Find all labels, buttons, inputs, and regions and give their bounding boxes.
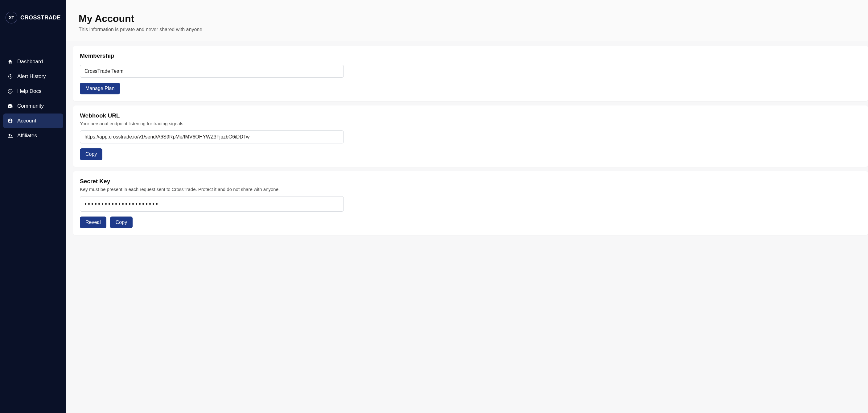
secret-key-value[interactable]: •••••••••••••••••••••• [80, 196, 344, 212]
sidebar-item-label: Alert History [17, 73, 46, 80]
sidebar-item-label: Help Docs [17, 88, 41, 94]
brand-logo[interactable]: XT CROSSTRADE [0, 0, 66, 36]
main-content: My Account This information is private a… [66, 0, 868, 413]
webhook-url-value[interactable]: https://app.crosstrade.io/v1/send/A6S9Rp… [80, 130, 344, 143]
logo-text: CROSSTRADE [20, 14, 61, 21]
secret-title: Secret Key [80, 178, 861, 185]
sidebar-item-label: Account [17, 118, 36, 124]
history-icon [7, 74, 13, 79]
sidebar: XT CROSSTRADE Dashboard Alert History [0, 0, 66, 413]
page-subtitle: This information is private and never sh… [79, 27, 856, 32]
sidebar-item-label: Dashboard [17, 59, 43, 65]
discord-icon [7, 103, 13, 109]
reveal-secret-button[interactable]: Reveal [80, 216, 106, 228]
membership-title: Membership [80, 53, 861, 59]
secret-desc: Key must be present in each request sent… [80, 186, 861, 192]
sidebar-item-label: Affiliates [17, 132, 37, 139]
membership-value: CrossTrade Team [80, 65, 344, 78]
copy-webhook-button[interactable]: Copy [80, 148, 102, 160]
webhook-card: Webhook URL Your personal endpoint liste… [73, 106, 868, 167]
page-title: My Account [79, 13, 856, 24]
secret-key-card: Secret Key Key must be present in each r… [73, 171, 868, 235]
sidebar-item-affiliates[interactable]: Affiliates [3, 128, 63, 143]
home-icon [7, 59, 13, 64]
logo-short: XT [9, 15, 14, 20]
page-header: My Account This information is private a… [66, 0, 868, 41]
webhook-desc: Your personal endpoint listening for tra… [80, 121, 861, 126]
logo-badge: XT [5, 12, 17, 24]
membership-card: Membership CrossTrade Team Manage Plan [73, 46, 868, 101]
sidebar-item-help-docs[interactable]: Help Docs [3, 84, 63, 99]
sidebar-item-account[interactable]: Account [3, 114, 63, 128]
user-icon [7, 118, 13, 124]
manage-plan-button[interactable]: Manage Plan [80, 83, 120, 94]
copy-secret-button[interactable]: Copy [110, 216, 132, 228]
webhook-title: Webhook URL [80, 112, 861, 119]
sidebar-item-dashboard[interactable]: Dashboard [3, 54, 63, 69]
sidebar-item-community[interactable]: Community [3, 99, 63, 114]
sidebar-nav: Dashboard Alert History Help Docs Commun… [0, 36, 66, 143]
affiliates-icon [7, 133, 13, 139]
sidebar-item-alert-history[interactable]: Alert History [3, 69, 63, 84]
sidebar-item-label: Community [17, 103, 44, 109]
help-icon [7, 89, 13, 94]
